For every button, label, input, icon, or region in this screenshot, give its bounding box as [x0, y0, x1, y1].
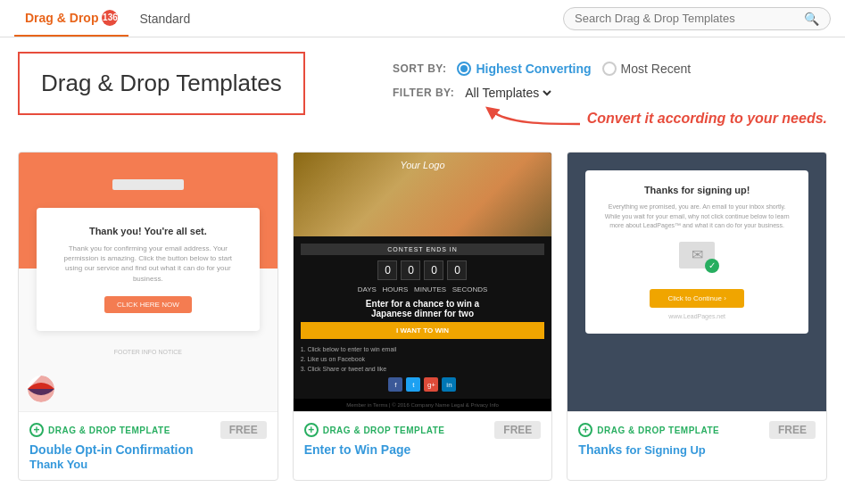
search-input[interactable]: [575, 12, 804, 25]
preview3-check-icon: ✓: [705, 259, 719, 273]
preview2-image: Your Logo: [294, 153, 552, 236]
preview3-title: Thanks for signing up!: [600, 185, 794, 195]
preview2-step3: 3. Click Share or tweet and like: [301, 366, 545, 372]
preview2-inner: Your Logo CONTEST ENDS IN 0 0 0 0 DAYS H…: [294, 153, 552, 411]
preview2-footer: Member in Terms | © 2016 Company Name Le…: [294, 399, 552, 411]
preview3-cta-button[interactable]: Click to Continue ›: [650, 289, 743, 308]
standard-tab-label: Standard: [139, 12, 190, 26]
annotation-area: Convert it according to your needs.: [393, 97, 827, 137]
sort-filter-area: SORT BY: Highest Converting Most Recent …: [393, 62, 827, 101]
preview3-email-icon: ✉ ✓: [679, 242, 715, 269]
countdown-seconds: 0: [447, 260, 467, 280]
countdown-hours: 0: [401, 260, 420, 280]
template-type-label-3: DRAG & DROP TEMPLATE: [597, 426, 719, 435]
search-container: 🔍: [563, 7, 831, 30]
preview3-footer: www.LeadPages.net: [600, 313, 794, 319]
template-card-2: Your Logo CONTEST ENDS IN 0 0 0 0 DAYS H…: [293, 152, 553, 481]
templates-grid: Thank you! You're all set. Thank you for…: [18, 152, 827, 481]
template-type-row-3: + DRAG & DROP TEMPLATE FREE: [578, 421, 816, 439]
plus-icon-1: +: [29, 423, 44, 437]
preview2-cta-button[interactable]: I WANT TO WIN: [301, 322, 545, 339]
top-nav: Drag & Drop 136 Standard 🔍: [0, 0, 845, 37]
sort-row: SORT BY: Highest Converting Most Recent: [393, 62, 827, 76]
template-name-1: Double Opt-in Confirmation Thank You: [29, 442, 267, 471]
preview1-footer: FOOTER INFO NOTICE: [37, 349, 260, 355]
preview2-countdown: 0 0 0 0: [301, 260, 545, 280]
template-name-2: Enter to Win Page: [304, 442, 542, 457]
search-icon: 🔍: [804, 12, 819, 26]
preview2-steps: 1. Click below to enter to win email 2. …: [301, 346, 545, 372]
radio-highest-converting-icon: [457, 62, 471, 76]
preview1-flag-icon: [28, 376, 54, 402]
preview3-text: Everything we promised, you are. An emai…: [600, 202, 794, 231]
annotation-arrow: [482, 97, 589, 133]
preview3-card: Thanks for signing up! Everything we pro…: [585, 170, 808, 334]
linkedin-icon: in: [442, 377, 456, 392]
preview3-email-wrap: ✉ ✓: [600, 242, 794, 276]
preview1-card: Thank you! You're all set. Thank you for…: [37, 208, 260, 331]
sort-by-label: SORT BY:: [393, 62, 446, 75]
template-card-1: Thank you! You're all set. Thank you for…: [18, 152, 278, 481]
radio-most-recent-icon: [602, 62, 617, 76]
tab-standard[interactable]: Standard: [128, 0, 201, 37]
sort-option2-label: Most Recent: [621, 62, 692, 76]
template-preview-2: Your Logo CONTEST ENDS IN 0 0 0 0 DAYS H…: [294, 153, 552, 411]
plus-icon-2: +: [304, 423, 319, 437]
drag-drop-tab-label: Drag & Drop: [25, 11, 98, 25]
preview2-subtext: DAYS HOURS MINUTES SECONDS: [301, 285, 545, 293]
template-type-row-2: + DRAG & DROP TEMPLATE FREE: [304, 421, 542, 439]
template-type-label-2: DRAG & DROP TEMPLATE: [323, 426, 445, 435]
page-title: Drag & Drop Templates: [41, 70, 282, 97]
preview1-title: Thank you! You're all set.: [54, 226, 242, 236]
template-name-3: Thanks for Signing Up: [578, 442, 816, 457]
preview2-title: Enter for a chance to win aJapanese dinn…: [301, 299, 545, 318]
template-footer-1: + DRAG & DROP TEMPLATE FREE Double Opt-i…: [19, 411, 278, 480]
preview2-body: CONTEST ENDS IN 0 0 0 0 DAYS HOURS MINUT…: [294, 236, 552, 399]
countdown-minutes: 0: [424, 260, 443, 280]
sort-most-recent[interactable]: Most Recent: [602, 62, 692, 76]
template-preview-3: Thanks for signing up! Everything we pro…: [567, 153, 826, 411]
twitter-icon: t: [406, 377, 420, 392]
preview2-social: f t g+ in: [301, 377, 545, 392]
template-card-3: Thanks for signing up! Everything we pro…: [567, 152, 827, 481]
main-content: Drag & Drop Templates SORT BY: Highest C…: [0, 37, 845, 495]
countdown-days: 0: [377, 260, 397, 280]
template-footer-3: + DRAG & DROP TEMPLATE FREE Thanks for S…: [567, 411, 826, 466]
preview1-logo: [112, 179, 184, 190]
preview3-inner: Thanks for signing up! Everything we pro…: [567, 153, 826, 351]
tab-drag-drop[interactable]: Drag & Drop 136: [14, 0, 128, 37]
free-badge-1: FREE: [220, 421, 267, 439]
preview2-logo: Your Logo: [400, 160, 444, 170]
preview1-text: Thank you for confirming your email addr…: [54, 244, 242, 284]
drag-drop-badge: 136: [102, 10, 118, 26]
page-title-box: Drag & Drop Templates: [18, 52, 305, 115]
free-badge-3: FREE: [769, 421, 816, 439]
sort-highest-converting[interactable]: Highest Converting: [457, 62, 591, 76]
template-footer-2: + DRAG & DROP TEMPLATE FREE Enter to Win…: [294, 411, 552, 466]
annotation-text: Convert it according to your needs.: [587, 111, 827, 127]
preview2-badge: CONTEST ENDS IN: [301, 244, 545, 255]
template-preview-1: Thank you! You're all set. Thank you for…: [19, 153, 278, 411]
preview1-cta-button[interactable]: CLICK HERE NOW: [104, 296, 192, 313]
preview2-step2: 2. Like us on Facebook: [301, 356, 545, 362]
facebook-icon: f: [388, 377, 402, 392]
template-type-label-1: DRAG & DROP TEMPLATE: [48, 426, 170, 435]
template-type-row-1: + DRAG & DROP TEMPLATE FREE: [29, 421, 267, 439]
preview2-step1: 1. Click below to enter to win email: [301, 346, 545, 352]
sort-option1-label: Highest Converting: [476, 62, 591, 76]
free-badge-2: FREE: [494, 421, 541, 439]
google-plus-icon: g+: [424, 377, 438, 392]
plus-icon-3: +: [578, 423, 592, 437]
